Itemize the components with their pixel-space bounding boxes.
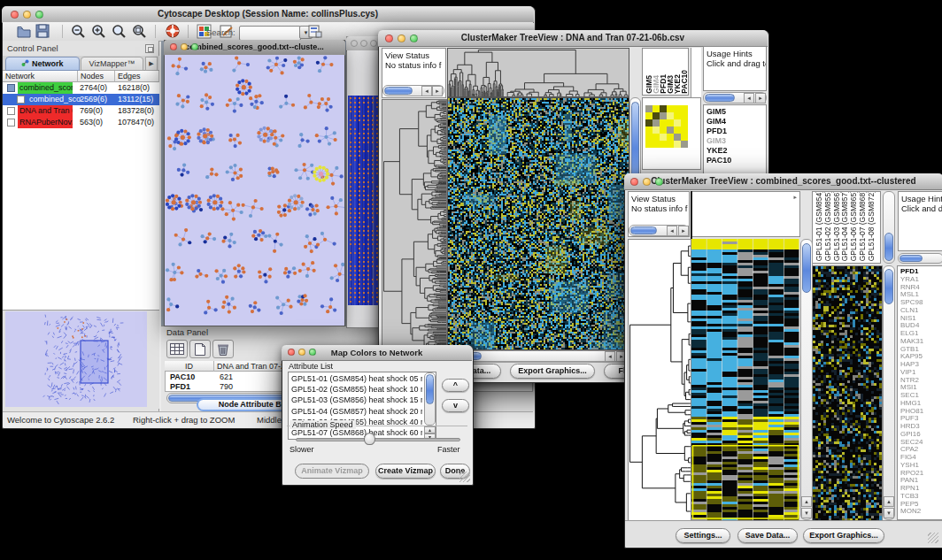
view-status-scroll-thumb[interactable] <box>384 87 413 95</box>
mini-heatmap-cell[interactable] <box>681 119 688 127</box>
mini-heatmap-cell[interactable] <box>652 112 660 119</box>
zoom-window-icon[interactable] <box>309 349 316 356</box>
mini-heatmap-cell[interactable] <box>667 127 674 134</box>
float-panel-icon[interactable] <box>145 44 154 53</box>
close-icon[interactable] <box>630 178 638 186</box>
mini-heatmap-cell[interactable] <box>667 141 674 148</box>
column-label[interactable]: GPL51-02 (GSM855) <box>823 191 832 261</box>
tab-vizmapper[interactable]: VizMapper™ <box>81 57 143 71</box>
resize-grip[interactable] <box>459 472 470 482</box>
dense-module-view[interactable] <box>348 96 378 305</box>
mini-heatmap-cell[interactable] <box>652 105 660 112</box>
mini-heatmap-cell[interactable] <box>681 141 688 148</box>
attribute-row-value[interactable]: 790 <box>220 382 233 391</box>
mini-heatmap-cell[interactable] <box>660 112 667 119</box>
zoom-out-icon[interactable] <box>71 24 87 40</box>
zoom-fit-icon[interactable] <box>132 24 148 40</box>
data-column-id[interactable]: ID <box>165 361 214 372</box>
treeview2-vscroll-thumb[interactable] <box>802 243 811 293</box>
attribute-list-item[interactable]: GPL51-02 (GSM855) heat shock 10 min <box>291 385 422 394</box>
open-folder-icon[interactable] <box>16 24 32 39</box>
gene-label[interactable]: PFD1 <box>706 127 727 135</box>
view-status-scrollbar[interactable]: ◂ ▸ <box>382 85 444 96</box>
gene-label[interactable]: MON2 <box>900 508 921 516</box>
minimize-icon[interactable] <box>398 35 405 42</box>
mini-heatmap-cell[interactable] <box>645 119 652 127</box>
usage-hints-scrollbar[interactable] <box>898 253 942 264</box>
mini-heatmap-cell[interactable] <box>674 127 681 134</box>
close-icon[interactable] <box>385 35 393 42</box>
treeview2-labels-scroll-thumb[interactable] <box>884 233 893 261</box>
save-icon[interactable] <box>35 24 50 39</box>
mini-heatmap-cell[interactable] <box>674 134 681 141</box>
gene-label[interactable]: GIM4 <box>706 117 726 126</box>
mini-heatmap-cell[interactable] <box>660 119 667 127</box>
slider-thumb[interactable] <box>364 433 375 445</box>
usage-hints-scroll-thumb[interactable] <box>900 255 923 262</box>
mini-heatmap-cell[interactable] <box>674 141 681 148</box>
mini-heatmap-cell[interactable] <box>660 105 667 112</box>
birdseye-view[interactable] <box>5 311 147 407</box>
treeview1-title-bar[interactable]: ClusterMaker TreeView : DNA and Tran 07-… <box>378 30 768 47</box>
network-list-row[interactable]: RNAPuberNov2+563(0)107847(0) <box>3 117 159 128</box>
scroll-left-icon[interactable]: ◂ <box>744 93 754 104</box>
main-title-bar[interactable]: Cytoscape Desktop (Session Name: collins… <box>2 6 534 23</box>
network-list-row[interactable]: DNA and Tran 07769(0)183728(0) <box>3 105 159 117</box>
treeview2-labels-scrollbar[interactable] <box>883 191 895 264</box>
column-label[interactable]: GPL51-08 (GSM872) <box>867 191 876 261</box>
mini-heatmap-cell[interactable] <box>681 134 688 141</box>
treeview2-gene-scroll-thumb[interactable] <box>884 269 893 304</box>
attribute-list-scroll-thumb[interactable] <box>426 374 434 404</box>
scroll-left-icon[interactable]: ◂ <box>605 351 615 362</box>
mini-heatmap-cell[interactable] <box>645 134 652 141</box>
close-icon[interactable] <box>11 11 19 19</box>
treeview2-column-dendrogram-area[interactable]: ▸ <box>691 191 800 237</box>
scroll-up-icon[interactable]: ▴ <box>801 496 812 507</box>
mini-heatmap-cell[interactable] <box>667 134 674 141</box>
treeview2-heatmap[interactable] <box>691 239 799 520</box>
minimize-icon[interactable] <box>298 349 305 356</box>
zoom-window-icon[interactable] <box>655 178 663 186</box>
column-header-network[interactable]: Network <box>3 71 78 82</box>
zoom-actual-icon[interactable] <box>112 24 127 40</box>
mini-heatmap-cell[interactable] <box>674 105 681 112</box>
close-icon[interactable] <box>351 40 358 47</box>
column-header-edges[interactable]: Edges <box>115 71 159 82</box>
animation-speed-slider[interactable] <box>296 438 460 441</box>
help-ring-icon[interactable] <box>165 23 181 39</box>
move-down-button[interactable]: v <box>442 399 469 412</box>
treeview1-row-dendrogram[interactable] <box>382 99 447 350</box>
column-label[interactable]: GPL51-01 (GSM854) <box>815 191 823 261</box>
mini-heatmap-cell[interactable] <box>645 105 652 112</box>
scroll-right-icon[interactable]: ▸ <box>432 86 443 96</box>
new-attribute-button[interactable] <box>189 340 211 358</box>
mini-heatmap-cell[interactable] <box>667 112 674 119</box>
treeview2-row-dendrogram[interactable] <box>628 239 691 522</box>
treeview2-zoom-heatmap[interactable] <box>812 265 883 522</box>
treeview1-heatmap[interactable] <box>447 97 629 350</box>
gene-label[interactable]: YKE2 <box>706 146 728 155</box>
minimize-icon[interactable] <box>360 40 367 47</box>
zoom-window-icon[interactable] <box>370 40 377 47</box>
attribute-table-icon[interactable] <box>307 24 323 39</box>
scroll-down-icon[interactable]: ▾ <box>801 508 812 518</box>
mini-heatmap-cell[interactable] <box>652 141 660 148</box>
view-status-scroll-thumb[interactable] <box>630 226 657 234</box>
save-data-button[interactable]: Save Data... <box>737 528 798 543</box>
mini-heatmap-cell[interactable] <box>652 127 660 134</box>
tab-network[interactable]: Network <box>5 57 80 71</box>
scroll-right-icon[interactable]: ▸ <box>755 93 766 104</box>
delete-attribute-button[interactable] <box>212 340 234 358</box>
mini-heatmap-cell[interactable] <box>681 105 688 112</box>
minimize-icon[interactable] <box>181 43 188 50</box>
mini-heatmap-cell[interactable] <box>652 119 660 127</box>
treeview2-gene-scrollbar[interactable]: ▴ ▾ <box>883 265 895 520</box>
scroll-up-icon[interactable]: ▴ <box>884 496 894 507</box>
export-graphics-button[interactable]: Export Graphics... <box>510 364 595 379</box>
zoom-window-icon[interactable] <box>410 35 418 42</box>
scroll-down-icon[interactable]: ▾ <box>884 508 894 518</box>
collapse-icon[interactable]: ▸ <box>793 194 797 201</box>
attribute-list-item[interactable]: GPL51-03 (GSM856) heat shock 15 min <box>291 395 422 404</box>
attribute-list-item[interactable]: GPL51-04 (GSM857) heat shock 20 min <box>291 407 422 416</box>
column-header-nodes[interactable]: Nodes <box>78 71 115 82</box>
